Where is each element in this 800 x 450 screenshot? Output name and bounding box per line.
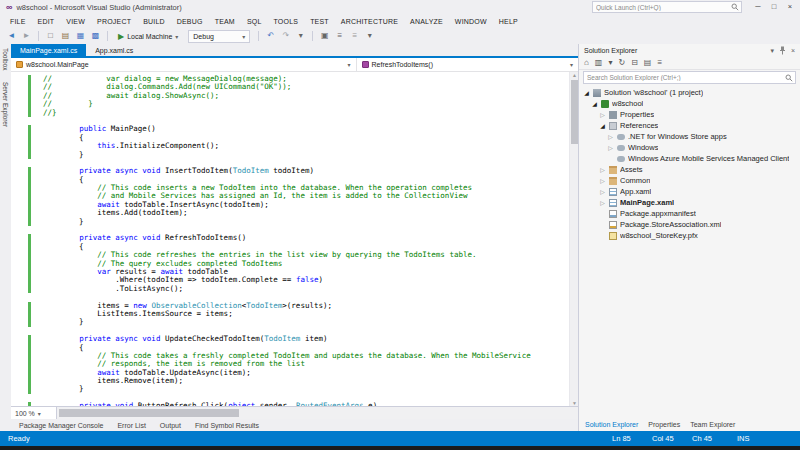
close-button[interactable]: × bbox=[782, 0, 798, 14]
panel-tab-error-list[interactable]: Error List bbox=[117, 422, 145, 429]
tree-item-app.xaml[interactable]: ▷App.xaml bbox=[579, 186, 800, 197]
switch-views-icon[interactable]: ▥ bbox=[595, 57, 603, 69]
menu-build[interactable]: BUILD bbox=[137, 18, 171, 25]
horizontal-scrollbar[interactable] bbox=[57, 407, 578, 419]
tree-item-label: References bbox=[620, 121, 658, 130]
tree-item-.net-for-windows-store-apps[interactable]: ▷.NET for Windows Store apps bbox=[579, 131, 800, 142]
tree-item-common[interactable]: ▷Common bbox=[579, 175, 800, 186]
show-all-files-icon[interactable]: ▤ bbox=[644, 57, 652, 69]
horizontal-scrollbar-thumb[interactable] bbox=[59, 409, 239, 417]
refresh-icon[interactable]: ↻ bbox=[618, 57, 625, 69]
collapsed-icon[interactable]: ▷ bbox=[599, 188, 606, 195]
menu-sql[interactable]: SQL bbox=[241, 18, 268, 25]
close-icon[interactable]: × bbox=[791, 44, 795, 57]
menu-team[interactable]: TEAM bbox=[209, 18, 241, 25]
bottom-panel-tabs: Package Manager ConsoleError ListOutputF… bbox=[11, 419, 578, 431]
dock-tab-solution-explorer[interactable]: Solution Explorer bbox=[585, 421, 638, 428]
tab-app.xaml.cs[interactable]: App.xaml.cs bbox=[86, 44, 142, 56]
menu-test[interactable]: TEST bbox=[304, 18, 335, 25]
zoom-control[interactable]: 100 % ▾ bbox=[11, 407, 57, 419]
expanded-icon[interactable]: ◢ bbox=[599, 122, 606, 129]
dock-tab-team-explorer[interactable]: Team Explorer bbox=[690, 421, 735, 428]
tree-item-label: w8school bbox=[612, 99, 643, 108]
menu-view[interactable]: VIEW bbox=[60, 18, 91, 25]
vertical-scrollbar-thumb[interactable] bbox=[571, 80, 578, 144]
undo-icon[interactable]: ↶ bbox=[264, 28, 277, 44]
dock-tab-server-explorer[interactable]: Server Explorer bbox=[2, 82, 9, 127]
change-tracking-bar bbox=[28, 276, 31, 284]
tree-item-windows[interactable]: ▷Windows bbox=[579, 142, 800, 153]
comment-icon[interactable]: ≡ bbox=[333, 28, 346, 44]
vertical-scrollbar[interactable]: ▲ ▼ bbox=[569, 72, 578, 406]
maximize-button[interactable]: □ bbox=[766, 0, 782, 14]
quick-launch[interactable] bbox=[592, 1, 742, 13]
save-icon[interactable]: ▦ bbox=[74, 28, 87, 44]
tree-item-windows-azure-mobile-services-managed-cl[interactable]: Windows Azure Mobile Services Managed Cl… bbox=[579, 153, 800, 164]
menu-project[interactable]: PROJECT bbox=[91, 18, 137, 25]
undo-list-dropdown-icon[interactable]: ▾ bbox=[294, 28, 307, 44]
code-editor[interactable]: // var dialog = new MessageDialog(messag… bbox=[11, 72, 578, 406]
tab-mainpage.xaml.cs[interactable]: MainPage.xaml.cs bbox=[11, 44, 86, 56]
collapse-all-icon[interactable]: ⊟ bbox=[631, 57, 638, 69]
uncomment-icon[interactable]: ≡ bbox=[348, 28, 361, 44]
new-project-icon[interactable]: □ bbox=[44, 28, 57, 44]
gutter-space bbox=[28, 117, 31, 125]
collapsed-icon[interactable]: ▷ bbox=[599, 199, 606, 206]
change-tracking-bar bbox=[28, 201, 31, 209]
home-icon[interactable]: ⌂ bbox=[584, 57, 589, 69]
expanded-icon[interactable]: ◢ bbox=[591, 100, 598, 107]
members-dropdown[interactable]: RefreshTodoItems() ▾ bbox=[357, 58, 578, 71]
tree-item-package.storeassociation.xml[interactable]: Package.StoreAssociation.xml bbox=[579, 219, 800, 230]
code-line: // await dialog.ShowAsync(); bbox=[11, 92, 569, 100]
solution-search-input[interactable] bbox=[584, 73, 785, 83]
find-in-files-icon[interactable]: ▣ bbox=[318, 28, 331, 44]
menu-help[interactable]: HELP bbox=[493, 18, 524, 25]
navigate-forward-icon[interactable]: ► bbox=[20, 28, 33, 44]
menu-edit[interactable]: EDIT bbox=[32, 18, 61, 25]
solution-config-dropdown[interactable]: Debug▾ bbox=[188, 30, 250, 43]
solution-search[interactable] bbox=[583, 71, 796, 84]
minimize-button[interactable]: ─ bbox=[750, 0, 766, 14]
dock-tab-properties[interactable]: Properties bbox=[648, 421, 680, 428]
pin-icon[interactable] bbox=[779, 46, 786, 55]
menu-debug[interactable]: DEBUG bbox=[171, 18, 209, 25]
menu-file[interactable]: FILE bbox=[4, 18, 32, 25]
tree-item-mainpage.xaml[interactable]: ▷MainPage.xaml bbox=[579, 197, 800, 208]
open-file-icon[interactable]: ▤ bbox=[59, 28, 72, 44]
panel-tab-package-manager-console[interactable]: Package Manager Console bbox=[19, 422, 103, 429]
collapsed-icon[interactable]: ▷ bbox=[607, 144, 614, 151]
scroll-up-icon[interactable]: ▲ bbox=[570, 72, 578, 78]
tree-item-references[interactable]: ◢References bbox=[579, 120, 800, 131]
types-dropdown[interactable]: w8school.MainPage ▾ bbox=[11, 58, 357, 71]
menu-tools[interactable]: TOOLS bbox=[268, 18, 305, 25]
collapsed-icon[interactable]: ▷ bbox=[599, 166, 606, 173]
quick-launch-input[interactable] bbox=[593, 3, 731, 12]
tree-item-assets[interactable]: ▷Assets bbox=[579, 164, 800, 175]
collapsed-icon[interactable]: ▷ bbox=[607, 133, 614, 140]
dock-tab-toolbox[interactable]: Toolbox bbox=[2, 48, 9, 70]
toolbar-overflow-icon[interactable]: ▾ bbox=[363, 28, 376, 44]
tree-item-solution-w8school-1-project-[interactable]: ◢Solution 'w8school' (1 project) bbox=[579, 87, 800, 98]
tree-item-properties[interactable]: ▷Properties bbox=[579, 109, 800, 120]
navigate-backward-icon[interactable]: ◄ bbox=[5, 28, 18, 44]
start-debug-button[interactable]: ▶Local Machine▾ bbox=[113, 32, 183, 41]
tree-item-w8school[interactable]: ◢w8school bbox=[579, 98, 800, 109]
tree-item-label: Properties bbox=[620, 110, 654, 119]
menu-architecture[interactable]: ARCHITECTURE bbox=[335, 18, 404, 25]
properties-icon[interactable]: ≡ bbox=[657, 57, 662, 69]
toolbar: ◄►□▤▦▩▶Local Machine▾Debug▾↶↷▾▣≡≡▾ bbox=[0, 28, 800, 44]
menu-analyze[interactable]: ANALYZE bbox=[404, 18, 449, 25]
panel-tab-find-symbol-results[interactable]: Find Symbol Results bbox=[195, 422, 259, 429]
tree-item-package.appxmanifest[interactable]: Package.appxmanifest bbox=[579, 208, 800, 219]
redo-icon[interactable]: ↷ bbox=[279, 28, 292, 44]
save-all-icon[interactable]: ▩ bbox=[89, 28, 102, 44]
collapsed-icon[interactable]: ▷ bbox=[599, 177, 606, 184]
filter-dropdown-icon[interactable]: ▾ bbox=[608, 57, 612, 69]
tree-item-w8school-storekey.pfx[interactable]: w8school_StoreKey.pfx bbox=[579, 230, 800, 241]
collapsed-icon[interactable]: ▷ bbox=[599, 111, 606, 118]
window-position-icon[interactable]: ▾ bbox=[770, 44, 774, 57]
scroll-down-icon[interactable]: ▼ bbox=[570, 400, 578, 406]
panel-tab-output[interactable]: Output bbox=[160, 422, 181, 429]
expanded-icon[interactable]: ◢ bbox=[583, 89, 590, 96]
menu-window[interactable]: WINDOW bbox=[449, 18, 493, 25]
